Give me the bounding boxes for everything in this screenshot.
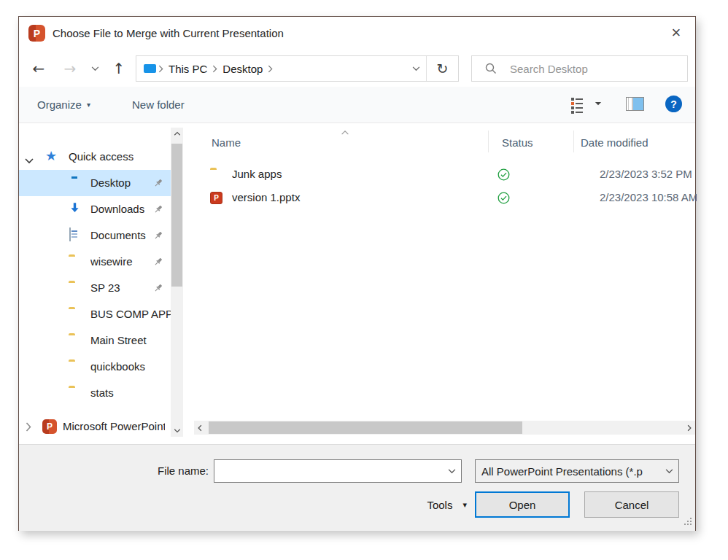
help-icon[interactable]: ? bbox=[665, 96, 682, 112]
up-icon[interactable]: ↑ bbox=[108, 50, 130, 87]
chevron-down-icon[interactable] bbox=[659, 469, 678, 474]
footer-panel: File name: All PowerPoint Presentations … bbox=[19, 444, 695, 531]
views-chevron-icon[interactable] bbox=[590, 85, 606, 122]
sidebar-item-bus-comp-apps[interactable]: BUS COMP APPS bbox=[19, 301, 171, 327]
search-input[interactable] bbox=[510, 63, 670, 75]
sidebar-item-label: Documents bbox=[90, 222, 153, 249]
chevron-right-icon[interactable] bbox=[26, 421, 31, 434]
new-folder-label: New folder bbox=[132, 98, 185, 111]
pin-icon[interactable] bbox=[153, 204, 163, 217]
powerpoint-app-icon: P bbox=[42, 419, 57, 434]
navigation-bar: ← → ↑ This PC Desktop ↻ bbox=[19, 50, 695, 87]
file-name-combo[interactable] bbox=[214, 459, 462, 483]
file-date-modified: 2/23/2023 10:58 AM bbox=[600, 186, 697, 209]
chevron-down-icon[interactable] bbox=[25, 154, 34, 166]
sync-status-icon bbox=[497, 192, 510, 206]
tools-button[interactable]: Tools ▾ bbox=[398, 491, 471, 518]
pin-icon[interactable] bbox=[153, 257, 163, 269]
sidebar-item-label: BUS COMP APPS bbox=[90, 301, 171, 327]
scrollbar-thumb[interactable] bbox=[209, 421, 522, 434]
pin-icon[interactable] bbox=[153, 230, 163, 243]
organize-button[interactable]: Organize ▾ bbox=[37, 87, 90, 122]
sidebar-item-label: quickbooks bbox=[90, 354, 171, 380]
scroll-left-icon[interactable] bbox=[194, 421, 206, 435]
forward-icon[interactable]: → bbox=[59, 50, 81, 87]
sidebar-item-microsoft-powerpoint[interactable]: P Microsoft PowerPoint bbox=[19, 413, 171, 440]
address-bar[interactable]: This PC Desktop ↻ bbox=[136, 55, 459, 82]
sidebar-item-label: SP 23 bbox=[90, 275, 153, 301]
sidebar-item-stats[interactable]: stats bbox=[19, 380, 171, 406]
horizontal-scrollbar[interactable] bbox=[194, 421, 695, 435]
file-row-version-1-pptx[interactable]: P version 1.pptx 2/23/2023 10:58 AM bbox=[185, 186, 697, 209]
recent-locations-chevron-icon[interactable] bbox=[87, 50, 103, 87]
sidebar-item-quickbooks[interactable]: quickbooks bbox=[19, 354, 171, 380]
sidebar-item-label: Microsoft PowerPoint bbox=[63, 413, 165, 440]
new-folder-button[interactable]: New folder bbox=[132, 87, 185, 122]
search-icon bbox=[485, 63, 497, 74]
sidebar-item-main-street[interactable]: Main Street bbox=[19, 327, 171, 354]
download-arrow-icon bbox=[69, 202, 81, 217]
sidebar-item-label: Desktop bbox=[90, 170, 153, 196]
resize-grip[interactable] bbox=[683, 516, 692, 525]
star-icon: ★ bbox=[45, 148, 57, 164]
desktop-location-icon bbox=[144, 64, 156, 73]
sidebar-item-label: Quick access bbox=[69, 144, 133, 170]
column-divider[interactable] bbox=[573, 131, 574, 152]
sidebar-item-quick-access[interactable]: ★ Quick access bbox=[19, 144, 171, 170]
sidebar-item-wisewire[interactable]: wisewire bbox=[19, 249, 171, 275]
scroll-right-icon[interactable] bbox=[684, 421, 695, 435]
sidebar-scrollbar[interactable] bbox=[171, 128, 183, 437]
document-icon bbox=[69, 228, 71, 241]
sidebar-item-documents[interactable]: Documents bbox=[19, 222, 171, 249]
sidebar-item-label: wisewire bbox=[90, 249, 153, 275]
address-dropdown-chevron-icon[interactable] bbox=[406, 66, 426, 71]
file-name: version 1.pptx bbox=[232, 186, 300, 209]
tools-label: Tools bbox=[427, 499, 452, 511]
preview-pane-icon[interactable] bbox=[626, 97, 644, 111]
pin-icon[interactable] bbox=[153, 283, 163, 295]
column-header-name[interactable]: Name bbox=[212, 128, 241, 155]
breadcrumb-chevron-icon[interactable] bbox=[210, 65, 220, 73]
breadcrumb-desktop[interactable]: Desktop bbox=[220, 63, 266, 75]
sidebar-item-label: Downloads bbox=[90, 196, 153, 222]
breadcrumb-this-pc[interactable]: This PC bbox=[166, 63, 210, 75]
scrollbar-thumb[interactable] bbox=[171, 144, 182, 287]
sidebar-item-label: stats bbox=[90, 380, 171, 406]
file-name-label: File name: bbox=[128, 459, 209, 483]
breadcrumb-chevron-icon[interactable] bbox=[266, 65, 275, 73]
column-header-date-modified[interactable]: Date modified bbox=[581, 128, 648, 155]
command-bar: Organize ▾ New folder ? bbox=[19, 87, 695, 123]
file-type-value: All PowerPoint Presentations (*.p bbox=[481, 465, 659, 478]
cancel-button[interactable]: Cancel bbox=[584, 491, 679, 518]
file-name: Junk apps bbox=[232, 163, 282, 186]
file-name-input[interactable] bbox=[219, 461, 442, 481]
sidebar-item-label: Main Street bbox=[90, 327, 171, 354]
chevron-down-icon[interactable] bbox=[442, 469, 461, 474]
file-dialog: P Choose File to Merge with Current Pres… bbox=[18, 16, 696, 531]
sort-ascending-icon bbox=[340, 125, 350, 138]
close-icon[interactable]: × bbox=[665, 22, 688, 45]
column-divider[interactable] bbox=[488, 131, 489, 152]
sync-status-icon bbox=[497, 168, 510, 183]
file-list: Name Status Date modified Junk apps 2/23… bbox=[185, 123, 697, 444]
sidebar-item-desktop[interactable]: Desktop bbox=[19, 170, 171, 196]
powerpoint-app-icon: P bbox=[28, 25, 45, 42]
column-header-status[interactable]: Status bbox=[502, 128, 533, 155]
pin-icon[interactable] bbox=[153, 178, 163, 190]
details-view-icon[interactable] bbox=[571, 98, 584, 115]
file-row-junk-apps[interactable]: Junk apps 2/23/2023 3:52 PM bbox=[185, 163, 697, 186]
main-area: ★ Quick access Desktop Downloads Documen… bbox=[19, 123, 695, 444]
sidebar-item-sp-23[interactable]: SP 23 bbox=[19, 275, 171, 301]
refresh-icon[interactable]: ↻ bbox=[427, 61, 458, 77]
dialog-title: Choose File to Merge with Current Presen… bbox=[53, 17, 284, 50]
tools-dropdown-icon: ▾ bbox=[462, 500, 467, 510]
scroll-up-icon[interactable] bbox=[171, 128, 183, 139]
file-type-dropdown[interactable]: All PowerPoint Presentations (*.p bbox=[475, 459, 679, 483]
back-icon[interactable]: ← bbox=[28, 50, 50, 87]
organize-dropdown-icon: ▾ bbox=[87, 101, 90, 109]
sidebar-item-downloads[interactable]: Downloads bbox=[19, 196, 171, 222]
search-box[interactable] bbox=[471, 55, 688, 82]
scroll-down-icon[interactable] bbox=[171, 425, 183, 437]
open-button[interactable]: Open bbox=[475, 491, 570, 518]
breadcrumb-chevron-icon[interactable] bbox=[156, 65, 166, 73]
